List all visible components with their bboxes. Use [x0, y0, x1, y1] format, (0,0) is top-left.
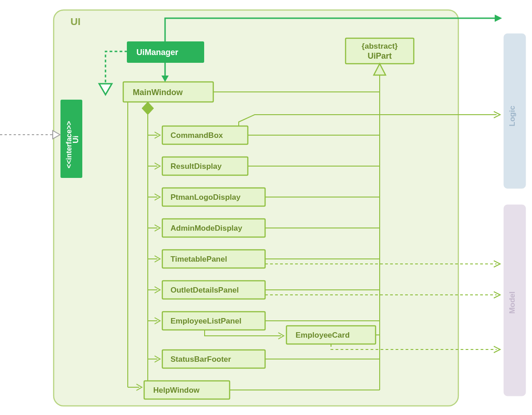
class-ptmanlogodisplay-label: PtmanLogoDisplay [171, 193, 241, 202]
class-resultdisplay-label: ResultDisplay [171, 162, 222, 171]
class-uipart-stereotype: {abstract} [361, 42, 398, 51]
class-employeelistpanel-label: EmployeeListPanel [171, 317, 241, 325]
class-statusbarfooter-label: StatusBarFooter [171, 355, 231, 364]
package-ui [54, 10, 458, 406]
class-employeecard-label: EmployeeCard [296, 331, 350, 339]
external-model-label: Model [508, 291, 517, 314]
class-uimanager-label: UiManager [136, 48, 178, 57]
class-commandbox-label: CommandBox [171, 131, 223, 140]
class-helpwindow-label: HelpWindow [153, 386, 200, 395]
external-logic-label: Logic [508, 106, 517, 126]
class-adminmodedisplay-label: AdminModeDisplay [171, 224, 242, 233]
class-outletdetailspanel-label: OutletDetailsPanel [171, 286, 239, 294]
class-uipart-name: UiPart [367, 51, 391, 61]
class-mainwindow-label: MainWindow [133, 88, 183, 97]
assoc-uimanager-logic [495, 15, 502, 22]
class-ui-name: Ui [71, 136, 80, 143]
package-title: UI [70, 16, 80, 27]
class-ui-stereotype: <<interface>> [65, 121, 73, 168]
class-timetablepanel-label: TimetablePanel [171, 255, 227, 263]
